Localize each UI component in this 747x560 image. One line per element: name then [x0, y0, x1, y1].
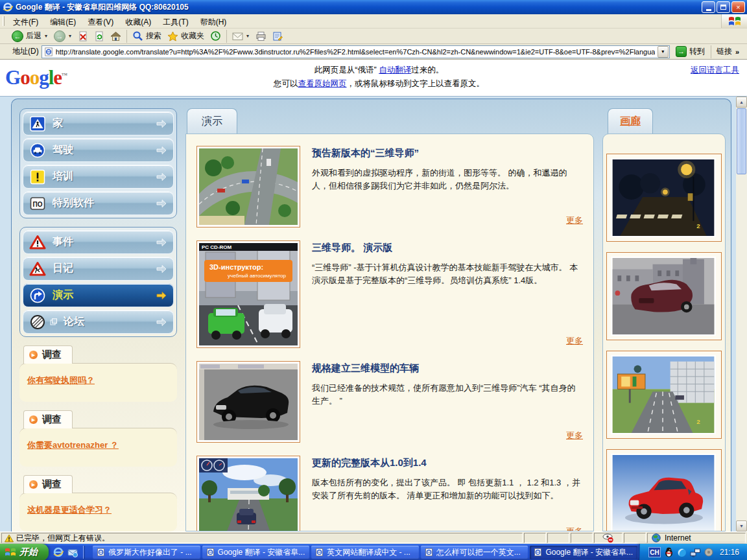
- more-link[interactable]: 更多: [566, 430, 583, 443]
- demo-item-2: PC CD-ROM 3D-инструктор: учебный автосим…: [196, 240, 583, 348]
- minimize-button[interactable]: [702, 1, 715, 13]
- survey-question-link[interactable]: 你需要avtotrenazher ？: [27, 440, 119, 450]
- privacy-report-pane[interactable]: [594, 533, 622, 543]
- task-button-5-active[interactable]: Google 翻译 - 安徽省阜...: [530, 546, 637, 559]
- main-content: 演示: [185, 108, 594, 531]
- thumbnail-sim-screenshot[interactable]: [196, 456, 300, 531]
- favorites-button[interactable]: 收藏夹: [165, 29, 207, 43]
- thumbnail-interchange[interactable]: [196, 146, 300, 228]
- orange-arrow-icon: ▶: [29, 415, 38, 425]
- status-pane: [624, 533, 646, 543]
- close-button[interactable]: ×: [731, 1, 745, 13]
- tab-gallery[interactable]: 画廊: [608, 108, 653, 134]
- vertical-scrollbar[interactable]: ▲ ▼: [736, 97, 747, 531]
- menu-file[interactable]: 文件(F): [7, 14, 44, 28]
- sidebar-item-training[interactable]: 培训: [23, 165, 174, 189]
- sidebar-item-driving[interactable]: 驾驶: [23, 138, 174, 162]
- svg-text:2: 2: [696, 418, 700, 425]
- restore-button[interactable]: [717, 1, 730, 13]
- back-label: 后退: [26, 30, 42, 41]
- back-to-language-tools-link[interactable]: 返回语言工具: [691, 65, 739, 76]
- sidebar-item-label: 家: [53, 117, 63, 130]
- search-button[interactable]: 搜索: [130, 29, 164, 43]
- survey-question-link[interactable]: 这机器是更适合学习？: [27, 505, 112, 515]
- auto-translate-link[interactable]: 自动翻译: [379, 65, 411, 75]
- menu-bar: 文件(F) 编辑(E) 查看(V) 收藏(A) 工具(T) 帮助(H): [0, 14, 747, 29]
- sidebar-item-events[interactable]: 事件: [23, 230, 174, 254]
- task-button-4[interactable]: 怎么样可以把一个英文...: [421, 546, 528, 559]
- tab-demo[interactable]: 演示: [187, 108, 237, 134]
- thumbnail-boxart[interactable]: PC CD-ROM 3D-инструктор: учебный автосим…: [196, 240, 300, 348]
- zone-label: Internet: [665, 533, 691, 542]
- scroll-down-button[interactable]: ▼: [736, 520, 747, 531]
- scrollbar-thumb[interactable]: [737, 108, 746, 174]
- menu-view[interactable]: 查看(V): [82, 14, 119, 28]
- view-original-link[interactable]: 查看原始网页: [298, 79, 347, 88]
- mail-dropdown-icon[interactable]: ▾: [246, 33, 250, 39]
- home-icon: [110, 31, 121, 41]
- print-button[interactable]: [253, 29, 269, 43]
- menu-tools[interactable]: 工具(T): [157, 14, 194, 28]
- forward-button[interactable]: → ▾: [51, 29, 75, 43]
- toolbar-grip[interactable]: [3, 16, 5, 26]
- task-button-2[interactable]: Google 翻译 - 安徽省阜...: [202, 546, 310, 559]
- sidebar-item-home[interactable]: 家: [23, 111, 174, 135]
- gallery-item-night[interactable]: 2: [606, 154, 722, 242]
- outlook-express-icon[interactable]: [67, 547, 78, 557]
- menu-favorites[interactable]: 收藏(A): [119, 14, 157, 28]
- ie-window: Google 翻译 - 安徽省阜阳四维网络 QQ:80620105 × 文件(F…: [0, 0, 747, 560]
- go-button[interactable]: → 转到: [672, 46, 708, 57]
- back-dropdown-icon[interactable]: ▾: [44, 33, 48, 39]
- messenger-icon[interactable]: [677, 548, 687, 557]
- sidebar-item-demo[interactable]: 演示: [23, 283, 174, 307]
- demo-item-1: 预告新版本的“三维导师” 外观和看到的虚拟驱动程序，新的街道，图形等等。 的确，…: [196, 146, 583, 228]
- ie-quicklaunch-icon[interactable]: [53, 547, 64, 557]
- sidebar-item-diary[interactable]: 日记: [23, 257, 174, 281]
- more-link[interactable]: 更多: [566, 215, 583, 228]
- menu-help[interactable]: 帮助(H): [195, 14, 233, 28]
- menu-edit[interactable]: 编辑(E): [44, 14, 82, 28]
- address-dropdown-button[interactable]: ▾: [658, 46, 669, 58]
- stop-icon: [78, 31, 88, 41]
- refresh-button[interactable]: [91, 29, 107, 43]
- gallery-item-highway[interactable]: 2: [606, 351, 722, 439]
- task-button-3[interactable]: 英文网站翻译成中文 - ...: [311, 546, 419, 559]
- scroll-up-button[interactable]: ▲: [736, 97, 747, 108]
- history-icon: [210, 30, 221, 41]
- clock[interactable]: 21:16: [720, 548, 739, 557]
- item-text: 我们已经准备的技术规范，使所有愿意加入到“三维导师”汽车 “其自身的生产。 ”: [312, 382, 583, 408]
- task-button-1[interactable]: 俄罗斯大作好像出了 - ...: [93, 546, 200, 559]
- status-pane: [524, 533, 546, 543]
- history-button[interactable]: [208, 29, 224, 43]
- survey-question-link[interactable]: 你有驾驶执照吗？: [27, 375, 95, 385]
- edit-button[interactable]: [270, 29, 285, 43]
- gallery-item-red-car[interactable]: [606, 449, 722, 531]
- start-button[interactable]: 开始: [0, 544, 49, 560]
- ie-page-icon: [206, 548, 215, 557]
- thumbnail-3d-model[interactable]: [196, 361, 300, 443]
- network-icon[interactable]: [690, 548, 701, 557]
- back-button[interactable]: ← 后退 ▾: [9, 29, 51, 43]
- survey-tab: ▶ 调查: [23, 410, 73, 428]
- forward-dropdown-icon[interactable]: ▾: [68, 33, 72, 39]
- gallery-item-city[interactable]: [606, 252, 722, 340]
- crossing-sign-icon: [29, 116, 46, 132]
- more-link[interactable]: 更多: [566, 335, 583, 348]
- more-link[interactable]: 更多: [566, 526, 583, 531]
- links-button[interactable]: 链接 »: [711, 45, 744, 58]
- sidebar-item-forum[interactable]: 论坛: [23, 310, 174, 334]
- chevron-right-icon: [156, 146, 167, 155]
- mail-button[interactable]: ▾: [230, 29, 252, 43]
- orange-arrow-icon: ▶: [29, 480, 38, 489]
- address-input[interactable]: http://translate.google.com/translate?u=…: [42, 45, 670, 58]
- stop-button[interactable]: [75, 29, 91, 43]
- home-button[interactable]: [108, 29, 124, 43]
- item-text: “三维导师” -基于计算机仿真设计教学的基本技能新手驾驶在大城市。 本演示版是基…: [312, 261, 583, 287]
- qq-icon[interactable]: [664, 547, 674, 557]
- volume-icon[interactable]: [704, 548, 713, 557]
- sidebar-item-software[interactable]: ПО 特别软件: [23, 191, 174, 215]
- chevron-icon: »: [735, 48, 739, 56]
- google-logo: Google™: [5, 67, 67, 88]
- status-pane: [571, 533, 593, 543]
- ime-indicator[interactable]: CH: [648, 547, 661, 557]
